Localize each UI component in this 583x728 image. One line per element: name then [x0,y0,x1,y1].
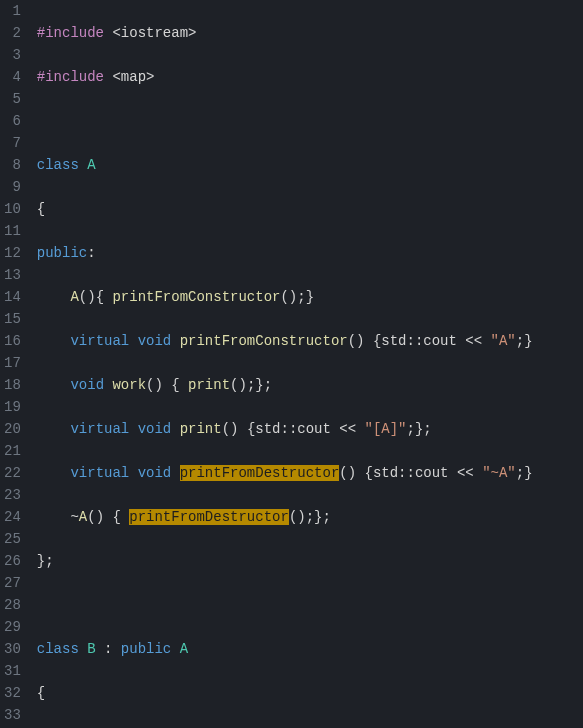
line-number: 4 [4,66,21,88]
code-line: #include <iostream> [37,22,533,44]
line-number: 33 [4,704,21,726]
line-number: 14 [4,286,21,308]
line-number: 16 [4,330,21,352]
line-number: 11 [4,220,21,242]
line-number: 17 [4,352,21,374]
code-line: ~A() { printFromDestructor();}; [37,506,533,528]
line-number: 29 [4,616,21,638]
highlighted-occurrence: printFromDestructor [129,509,289,525]
line-number: 23 [4,484,21,506]
line-number: 3 [4,44,21,66]
line-number: 7 [4,132,21,154]
code-line [37,594,533,616]
code-line: virtual void print() {std::cout << "[A]"… [37,418,533,440]
line-number: 13 [4,264,21,286]
line-number: 2 [4,22,21,44]
line-number: 5 [4,88,21,110]
line-number: 25 [4,528,21,550]
code-line [37,110,533,132]
line-number: 31 [4,660,21,682]
code-line: class B : public A [37,638,533,660]
line-number: 30 [4,638,21,660]
code-line: { [37,682,533,704]
line-number: 28 [4,594,21,616]
gutter: 1 2 3 4 5 6 7 8 9 10 11 12 13 14 15 16 1… [0,0,31,728]
line-number: 18 [4,374,21,396]
line-number: 6 [4,110,21,132]
code-line: void work() { print();}; [37,374,533,396]
code-line: #include <map> [37,66,533,88]
code-line: virtual void printFromConstructor() {std… [37,330,533,352]
code-line: public: [37,242,533,264]
line-number: 1 [4,0,21,22]
line-number: 26 [4,550,21,572]
line-number: 10 [4,198,21,220]
line-number: 24 [4,506,21,528]
code-line: { [37,198,533,220]
line-number: 8 [4,154,21,176]
code-editor[interactable]: 1 2 3 4 5 6 7 8 9 10 11 12 13 14 15 16 1… [0,0,583,728]
line-number: 27 [4,572,21,594]
line-number: 12 [4,242,21,264]
line-number: 22 [4,462,21,484]
code-area[interactable]: #include <iostream> #include <map> class… [31,0,533,728]
line-number: 15 [4,308,21,330]
code-line: }; [37,550,533,572]
highlighted-occurrence: printFromDestructor [180,465,340,481]
line-number: 19 [4,396,21,418]
line-number: 32 [4,682,21,704]
line-number: 20 [4,418,21,440]
code-line: virtual void printFromDestructor() {std:… [37,462,533,484]
line-number: 9 [4,176,21,198]
code-line: class A [37,154,533,176]
code-line: A(){ printFromConstructor();} [37,286,533,308]
line-number: 21 [4,440,21,462]
